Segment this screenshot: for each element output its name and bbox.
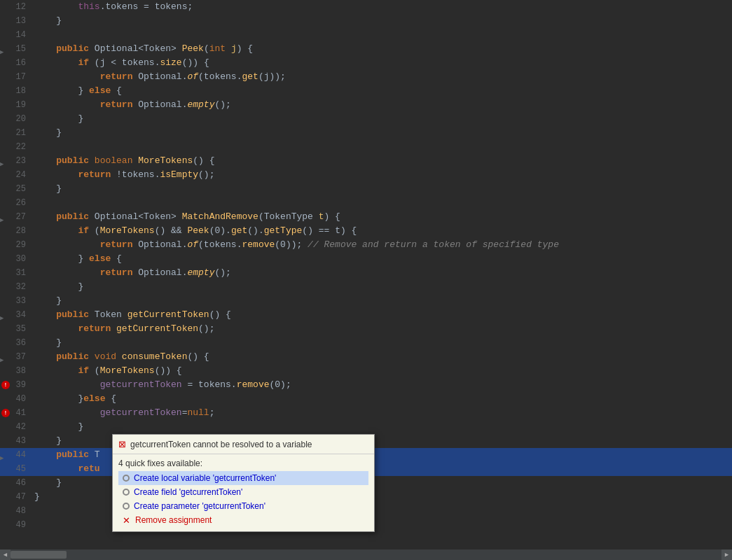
code-line: 33 }	[0, 294, 732, 308]
token-normal: Optional.	[138, 239, 187, 250]
token-field: getcurrentToken	[100, 407, 182, 418]
code-content: return getCurrentToken();	[32, 322, 732, 336]
code-content: getcurrentToken=null;	[32, 406, 732, 420]
token-italic-method: empty	[187, 99, 214, 110]
code-content: return !tokens.isEmpty();	[32, 168, 732, 182]
line-number: ▶15	[0, 42, 32, 56]
line-number: 16	[0, 56, 32, 70]
code-content: }	[32, 182, 732, 196]
error-popup-message: getcurrentToken cannot be resolved to a …	[130, 440, 312, 449]
token-normal: ()) {	[155, 365, 182, 376]
token-normal: }	[56, 337, 62, 348]
token-normal: Optional.	[138, 267, 187, 278]
token-normal: (tokens.	[198, 239, 242, 250]
code-line: 17 return Optional.of(tokens.get(j));	[0, 70, 732, 84]
line-number: 24	[0, 168, 32, 182]
scroll-left-arrow[interactable]: ◀	[0, 550, 11, 560]
token-normal: () &&	[155, 225, 188, 236]
line-number: 31	[0, 266, 32, 280]
code-line: 22	[0, 140, 732, 154]
token-method: getCurrentToken	[127, 309, 209, 320]
code-line: 14	[0, 28, 732, 42]
line-number: 29	[0, 238, 32, 252]
code-content: public Optional<Token> Peek(int j) {	[32, 42, 732, 56]
code-content: return Optional.of(tokens.get(j));	[32, 70, 732, 84]
code-content: if (j < tokens.size()) {	[32, 56, 732, 70]
line-number: 20	[0, 112, 32, 126]
line-number: 21	[0, 126, 32, 140]
token-method: size	[160, 57, 181, 68]
token-normal: (j < tokens.	[95, 57, 160, 68]
fix-create-field[interactable]: Create field 'getcurrentToken'	[118, 485, 368, 499]
code-line: 31 return Optional.empty();	[0, 266, 732, 280]
fix-param-label: Create parameter 'getcurrentToken'	[134, 501, 265, 511]
line-number: 42	[0, 420, 32, 434]
token-kw: else	[89, 85, 116, 96]
token-normal: }	[78, 421, 83, 432]
line-number: 30	[0, 252, 32, 266]
token-kw2: void	[95, 351, 122, 362]
code-line: 38 if (MoreTokens()) {	[0, 364, 732, 378]
code-content: public Token getCurrentToken() {	[32, 308, 732, 322]
line-number: 19	[0, 98, 32, 112]
line-number: 12	[0, 0, 32, 14]
code-line: !41 getcurrentToken=null;	[0, 406, 732, 420]
code-content: public Optional<Token> MatchAndRemove(To…	[32, 210, 732, 224]
scroll-right-arrow[interactable]: ▶	[721, 550, 732, 560]
token-kw: public	[56, 155, 95, 166]
token-kw: public	[56, 309, 95, 320]
fix-remove-assignment[interactable]: ✕ Remove assignment	[118, 513, 368, 527]
token-normal: Optional.	[138, 71, 187, 82]
line-number: 22	[0, 140, 32, 154]
line-number: 38	[0, 364, 32, 378]
line-number: !41	[0, 406, 32, 420]
fix-param-icon	[123, 503, 130, 510]
line-number: 35	[0, 322, 32, 336]
token-kw: if	[78, 225, 94, 236]
token-normal: (j));	[258, 71, 286, 82]
token-normal: () {	[193, 155, 214, 166]
token-normal: }	[56, 183, 62, 194]
token-normal: () {	[209, 309, 231, 320]
line-number: 45	[0, 462, 32, 476]
token-return-kw: return	[100, 267, 139, 278]
token-normal: (	[95, 365, 100, 376]
line-number: 36	[0, 336, 32, 350]
code-content: public void consumeToken() {	[32, 350, 732, 364]
token-normal: (TokenType	[258, 211, 319, 222]
token-normal: ;	[209, 407, 215, 418]
line-number: 13	[0, 14, 32, 28]
token-normal: }	[78, 85, 89, 96]
token-return-kw: retu	[78, 463, 99, 474]
fix-create-param[interactable]: Create parameter 'getcurrentToken'	[118, 499, 368, 513]
line-number: ▶23	[0, 154, 32, 168]
token-normal: (	[95, 225, 100, 236]
token-normal: = tokens.	[182, 379, 237, 390]
code-line: 35 return getCurrentToken();	[0, 322, 732, 336]
code-line: 28 if (MoreTokens() && Peek(0).get().get…	[0, 224, 732, 238]
line-number: 49	[0, 518, 32, 532]
token-normal: Optional.	[138, 99, 187, 110]
code-line: 18 } else {	[0, 84, 732, 98]
token-kw2: boolean	[95, 155, 138, 166]
error-icon: !	[1, 409, 10, 417]
token-kw: public	[56, 351, 95, 362]
token-kw: public	[56, 449, 95, 460]
code-content: }	[32, 280, 732, 294]
token-method: MoreTokens	[138, 155, 193, 166]
token-return-kw: return	[100, 239, 139, 250]
token-method: consumeToken	[122, 351, 188, 362]
code-content: this.tokens = tokens;	[32, 0, 732, 14]
scroll-thumb[interactable]	[11, 551, 67, 559]
code-content: }	[32, 126, 732, 140]
token-normal: ().	[247, 225, 263, 236]
token-normal: Optional<Token>	[95, 211, 182, 222]
scroll-track[interactable]	[11, 550, 721, 560]
line-number: 33	[0, 294, 32, 308]
line-number: 14	[0, 28, 32, 42]
code-content: return Optional.of(tokens.remove(0)); //…	[32, 238, 732, 252]
fix-create-local[interactable]: Create local variable 'getcurrentToken'	[118, 471, 368, 485]
fix-field-label: Create field 'getcurrentToken'	[134, 487, 242, 497]
fix-remove-label: Remove assignment	[135, 515, 212, 525]
fix-local-label: Create local variable 'getcurrentToken'	[134, 473, 276, 483]
